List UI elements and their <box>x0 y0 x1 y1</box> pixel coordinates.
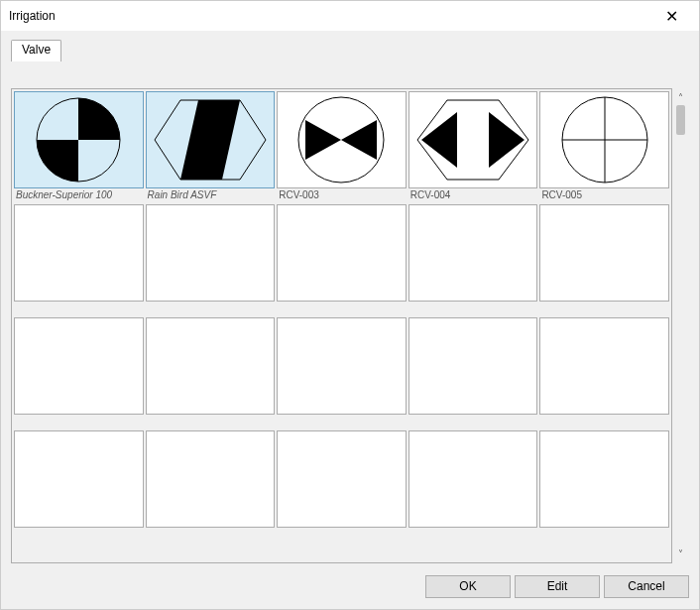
window-title: Irrigation <box>9 9 651 23</box>
symbol-empty[interactable] <box>539 204 669 302</box>
symbol-label: Buckner-Superior 100 <box>14 188 144 202</box>
close-button[interactable]: ✕ <box>651 2 691 30</box>
symbol-grid: Buckner-Superior 100 Rain Bird ASVF RCV-… <box>14 91 669 542</box>
symbol-label <box>146 415 276 428</box>
symbol-empty[interactable] <box>146 204 276 302</box>
symbol-cell[interactable]: RCV-005 <box>539 91 669 202</box>
symbol-cell[interactable] <box>539 204 669 315</box>
irrigation-dialog: Irrigation ✕ Valve Buckner-Superior 100 … <box>0 0 700 610</box>
symbol-label <box>408 415 538 428</box>
symbol-label <box>408 302 538 315</box>
symbol-cell[interactable]: RCV-004 <box>408 91 538 202</box>
symbol-empty[interactable] <box>14 204 144 302</box>
symbol-cell[interactable] <box>14 204 144 315</box>
tab-valve[interactable]: Valve <box>11 40 61 61</box>
symbol-grid-panel: Buckner-Superior 100 Rain Bird ASVF RCV-… <box>11 88 672 563</box>
symbol-cell[interactable] <box>539 430 669 542</box>
symbol-cell[interactable] <box>277 430 407 542</box>
symbol-label <box>539 302 669 315</box>
symbol-label <box>14 415 144 428</box>
symbol-cell[interactable] <box>14 430 144 542</box>
vertical-scrollbar[interactable]: ˄ ˅ <box>672 88 689 563</box>
symbol-cell[interactable] <box>408 430 538 542</box>
symbol-cell[interactable] <box>146 317 276 428</box>
symbol-empty[interactable] <box>277 204 407 302</box>
symbol-hex-angled-icon[interactable] <box>146 91 276 188</box>
symbol-label <box>277 302 407 315</box>
scroll-up-icon[interactable]: ˄ <box>673 90 688 105</box>
scroll-track[interactable] <box>673 105 688 547</box>
symbol-empty[interactable] <box>146 317 276 415</box>
symbol-label: RCV-004 <box>408 188 538 202</box>
symbol-label <box>277 528 407 542</box>
symbol-cell[interactable] <box>277 317 407 428</box>
symbol-empty[interactable] <box>539 317 669 415</box>
symbol-empty[interactable] <box>408 204 538 302</box>
symbol-empty[interactable] <box>277 317 407 415</box>
tab-bar: Valve <box>11 39 689 61</box>
symbol-label <box>277 415 407 428</box>
symbol-cell[interactable] <box>277 204 407 315</box>
symbol-label <box>146 528 276 542</box>
symbol-label <box>14 302 144 315</box>
symbol-label <box>539 415 669 428</box>
client-area: Valve Buckner-Superior 100 Rain Bird ASV… <box>1 31 699 609</box>
symbol-empty[interactable] <box>14 317 144 415</box>
symbol-cell[interactable] <box>408 204 538 315</box>
symbol-cell[interactable] <box>539 317 669 428</box>
symbol-empty[interactable] <box>14 430 144 528</box>
titlebar: Irrigation ✕ <box>1 1 699 31</box>
symbol-hex-bowtie-icon[interactable] <box>408 91 538 188</box>
symbol-cell[interactable] <box>146 204 276 315</box>
symbol-circle-quarters-icon[interactable] <box>14 91 144 188</box>
symbol-empty[interactable] <box>146 430 276 528</box>
scroll-down-icon[interactable]: ˅ <box>673 547 688 561</box>
symbol-cell[interactable]: Rain Bird ASVF <box>146 91 276 202</box>
symbol-cell[interactable] <box>14 317 144 428</box>
symbol-label <box>14 528 144 542</box>
symbol-empty[interactable] <box>539 430 669 528</box>
symbol-label <box>408 528 538 542</box>
symbol-circle-bowtie-icon[interactable] <box>277 91 407 188</box>
symbol-label: RCV-003 <box>277 188 407 202</box>
symbol-cell[interactable] <box>146 430 276 542</box>
symbol-empty[interactable] <box>408 317 538 415</box>
button-bar: OK Edit Cancel <box>11 573 689 599</box>
ok-button[interactable]: OK <box>425 575 511 598</box>
symbol-label <box>146 302 276 315</box>
symbol-empty[interactable] <box>277 430 407 528</box>
symbol-cell[interactable]: RCV-003 <box>277 91 407 202</box>
symbol-label <box>539 528 669 542</box>
cancel-button[interactable]: Cancel <box>604 575 689 598</box>
symbol-circle-cross-icon[interactable] <box>539 91 669 188</box>
edit-button[interactable]: Edit <box>515 575 600 598</box>
symbol-label: Rain Bird ASVF <box>146 188 276 202</box>
symbol-cell[interactable] <box>408 317 538 428</box>
symbol-cell[interactable]: Buckner-Superior 100 <box>14 91 144 202</box>
symbol-label: RCV-005 <box>539 188 669 202</box>
scroll-thumb[interactable] <box>676 105 685 135</box>
symbol-empty[interactable] <box>408 430 538 528</box>
symbol-picker: Buckner-Superior 100 Rain Bird ASVF RCV-… <box>11 88 689 563</box>
